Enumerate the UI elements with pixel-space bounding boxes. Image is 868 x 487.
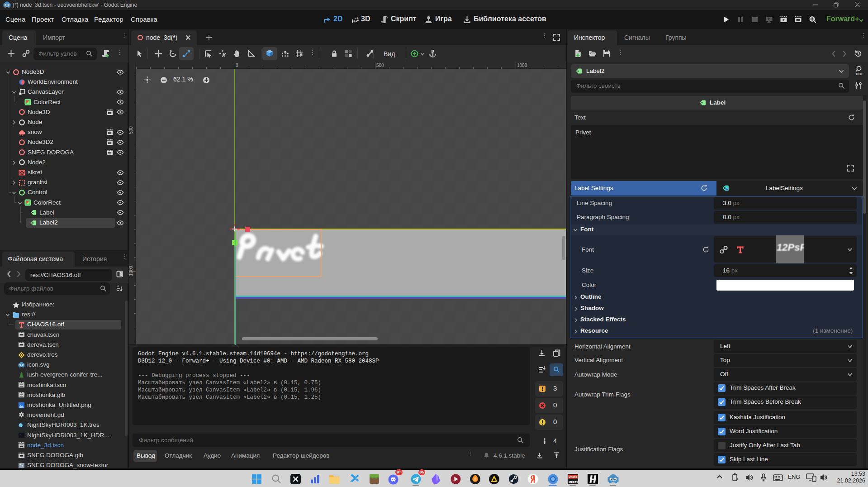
svg-text:VOICE: VOICE	[569, 475, 577, 478]
svg-text:DOC: DOC	[856, 72, 863, 76]
svg-text:MEETER: MEETER	[569, 480, 579, 483]
